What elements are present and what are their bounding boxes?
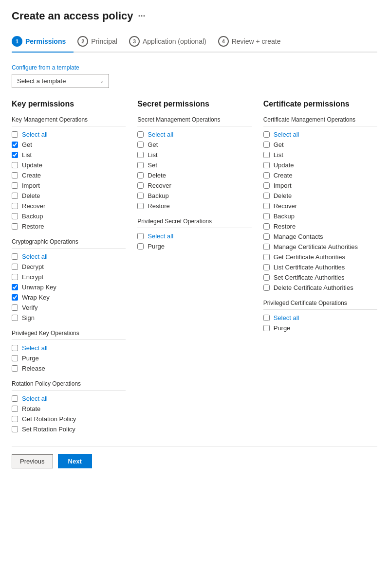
cm-recover-label[interactable]: Recover	[274, 202, 297, 210]
key-mgmt-update-checkbox[interactable]	[12, 162, 18, 168]
crypto-verify-checkbox[interactable]	[12, 304, 18, 311]
step-principal[interactable]: 2 Principal	[77, 32, 125, 52]
cm-del-ca-checkbox[interactable]	[263, 285, 270, 291]
cm-manage-ca-label[interactable]: Manage Certificate Authorities	[274, 243, 358, 250]
rot-rotate-label[interactable]: Rotate	[22, 405, 40, 412]
key-mgmt-backup-label[interactable]: Backup	[22, 213, 43, 220]
cm-recover-checkbox[interactable]	[263, 203, 270, 209]
template-dropdown[interactable]: Select a template ⌄	[12, 74, 109, 88]
page-menu-dots[interactable]: ···	[138, 11, 145, 21]
key-mgmt-import-checkbox[interactable]	[12, 182, 18, 189]
crypto-decrypt-label[interactable]: Decrypt	[22, 263, 44, 270]
cm-get-ca-checkbox[interactable]	[263, 254, 270, 260]
cm-manage-ca-checkbox[interactable]	[263, 244, 270, 250]
step-application[interactable]: 3 Application (optional)	[129, 32, 214, 52]
cm-import-label[interactable]: Import	[274, 182, 292, 189]
cm-selectall-label[interactable]: Select all	[274, 131, 299, 138]
pc-purge-checkbox[interactable]	[263, 325, 270, 331]
key-mgmt-create-label[interactable]: Create	[22, 172, 41, 179]
ps-selectall-label[interactable]: Select all	[148, 232, 173, 240]
cm-get-label[interactable]: Get	[274, 141, 284, 148]
key-mgmt-backup-checkbox[interactable]	[12, 213, 18, 219]
sm-get-label[interactable]: Get	[148, 141, 158, 148]
sm-selectall-label[interactable]: Select all	[148, 131, 173, 138]
pc-purge-label[interactable]: Purge	[274, 324, 291, 332]
cm-create-checkbox[interactable]	[263, 172, 270, 178]
sm-recover-checkbox[interactable]	[137, 182, 144, 189]
sm-set-label[interactable]: Set	[148, 161, 157, 169]
rot-get-label[interactable]: Get Rotation Policy	[22, 415, 76, 423]
key-mgmt-create-checkbox[interactable]	[12, 172, 18, 178]
cm-contacts-checkbox[interactable]	[263, 233, 270, 240]
crypto-decrypt-checkbox[interactable]	[12, 264, 18, 270]
pk-purge-checkbox[interactable]	[12, 355, 18, 361]
pk-purge-label[interactable]: Purge	[22, 355, 39, 362]
sm-backup-checkbox[interactable]	[137, 193, 144, 199]
key-mgmt-get-label[interactable]: Get	[22, 141, 32, 148]
sm-set-checkbox[interactable]	[137, 162, 144, 168]
rot-get-checkbox[interactable]	[12, 416, 18, 422]
sm-get-checkbox[interactable]	[137, 142, 144, 148]
cm-update-label[interactable]: Update	[274, 161, 294, 169]
sm-list-checkbox[interactable]	[137, 152, 144, 158]
sm-restore-checkbox[interactable]	[137, 203, 144, 209]
step-review[interactable]: 4 Review + create	[218, 32, 289, 52]
cm-delete-checkbox[interactable]	[263, 193, 270, 199]
cm-restore-label[interactable]: Restore	[274, 223, 296, 230]
cm-create-label[interactable]: Create	[274, 172, 293, 179]
cm-delete-label[interactable]: Delete	[274, 192, 292, 199]
cm-list-checkbox[interactable]	[263, 152, 270, 158]
ps-purge-label[interactable]: Purge	[148, 243, 165, 250]
key-mgmt-update-label[interactable]: Update	[22, 161, 42, 169]
cm-backup-checkbox[interactable]	[263, 213, 270, 219]
sm-backup-label[interactable]: Backup	[148, 192, 168, 199]
crypto-selectall-label[interactable]: Select all	[22, 253, 48, 260]
cm-restore-checkbox[interactable]	[263, 223, 270, 230]
rot-rotate-checkbox[interactable]	[12, 406, 18, 412]
cm-get-ca-label[interactable]: Get Certificate Authorities	[274, 253, 345, 261]
crypto-sign-checkbox[interactable]	[12, 315, 18, 321]
pc-selectall-checkbox[interactable]	[263, 315, 270, 321]
key-mgmt-recover-label[interactable]: Recover	[22, 202, 45, 210]
cm-update-checkbox[interactable]	[263, 162, 270, 168]
sm-recover-label[interactable]: Recover	[148, 182, 171, 189]
crypto-unwrap-label[interactable]: Unwrap Key	[22, 284, 56, 291]
key-mgmt-selectall-label[interactable]: Select all	[22, 131, 48, 138]
pk-selectall-checkbox[interactable]	[12, 345, 18, 351]
sm-list-label[interactable]: List	[148, 151, 157, 159]
sm-delete-checkbox[interactable]	[137, 172, 144, 178]
key-mgmt-restore-checkbox[interactable]	[12, 223, 18, 230]
step-permissions[interactable]: 1 Permissions	[12, 32, 74, 53]
cm-set-ca-checkbox[interactable]	[263, 274, 270, 281]
sm-delete-label[interactable]: Delete	[148, 172, 166, 179]
rot-set-checkbox[interactable]	[12, 426, 18, 432]
key-mgmt-list-checkbox[interactable]	[12, 152, 18, 158]
crypto-encrypt-checkbox[interactable]	[12, 274, 18, 280]
pc-selectall-label[interactable]: Select all	[274, 314, 299, 321]
cm-list-ca-checkbox[interactable]	[263, 264, 270, 270]
cm-contacts-label[interactable]: Manage Contacts	[274, 233, 323, 240]
crypto-selectall-checkbox[interactable]	[12, 253, 18, 260]
key-mgmt-selectall-checkbox[interactable]	[12, 131, 18, 138]
cm-import-checkbox[interactable]	[263, 182, 270, 189]
rot-selectall-checkbox[interactable]	[12, 395, 18, 402]
key-mgmt-delete-checkbox[interactable]	[12, 193, 18, 199]
cm-selectall-checkbox[interactable]	[263, 131, 270, 138]
cm-get-checkbox[interactable]	[263, 142, 270, 148]
pk-release-label[interactable]: Release	[22, 365, 45, 372]
key-mgmt-delete-label[interactable]: Delete	[22, 192, 40, 199]
crypto-encrypt-label[interactable]: Encrypt	[22, 273, 43, 281]
next-button[interactable]: Next	[58, 454, 92, 468]
cm-list-ca-label[interactable]: List Certificate Authorities	[274, 264, 345, 271]
cm-del-ca-label[interactable]: Delete Certificate Authorities	[274, 284, 353, 291]
crypto-verify-label[interactable]: Verify	[22, 304, 38, 311]
crypto-unwrap-checkbox[interactable]	[12, 284, 18, 290]
key-mgmt-list-label[interactable]: List	[22, 151, 32, 159]
pk-selectall-label[interactable]: Select all	[22, 344, 48, 352]
crypto-sign-label[interactable]: Sign	[22, 314, 35, 321]
sm-restore-label[interactable]: Restore	[148, 202, 170, 210]
crypto-wrap-checkbox[interactable]	[12, 294, 18, 301]
ps-purge-checkbox[interactable]	[137, 243, 144, 249]
pk-release-checkbox[interactable]	[12, 365, 18, 372]
key-mgmt-import-label[interactable]: Import	[22, 182, 40, 189]
